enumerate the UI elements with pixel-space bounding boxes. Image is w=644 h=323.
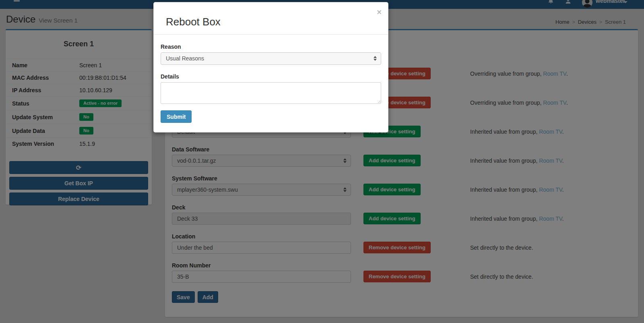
details-label: Details	[161, 73, 381, 80]
details-textarea[interactable]	[161, 82, 381, 104]
close-icon[interactable]: ×	[377, 8, 382, 16]
select-caret-icon	[374, 56, 377, 61]
modal-header: Reboot Box ×	[154, 2, 388, 35]
reboot-box-modal: Reboot Box × Reason Usual Reasons Detail…	[153, 2, 388, 133]
details-field-wrap	[161, 82, 381, 104]
select-value: Usual Reasons	[161, 53, 381, 64]
reason-select[interactable]: Usual Reasons	[161, 52, 381, 65]
modal-title: Reboot Box	[166, 16, 376, 28]
submit-button[interactable]: Submit	[161, 110, 192, 123]
modal-body: Reason Usual Reasons Details Submit	[154, 35, 388, 131]
reason-label: Reason	[161, 43, 381, 50]
